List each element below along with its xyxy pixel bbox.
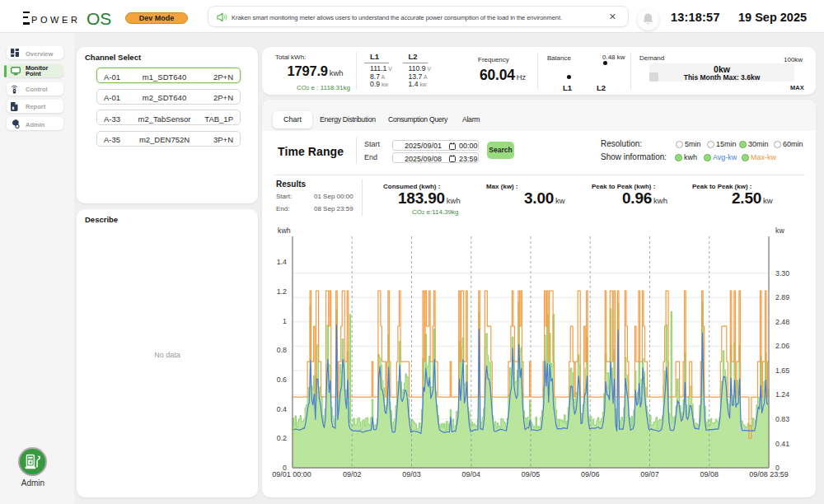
svg-text:2.48: 2.48 xyxy=(775,318,789,326)
svg-text:1: 1 xyxy=(283,317,287,325)
svg-text:09/04: 09/04 xyxy=(462,470,481,478)
svg-text:2.06: 2.06 xyxy=(775,342,789,350)
svg-text:0.2: 0.2 xyxy=(277,434,287,442)
svg-text:0.6: 0.6 xyxy=(277,376,287,384)
svg-text:1.4: 1.4 xyxy=(277,258,287,266)
svg-text:1.65: 1.65 xyxy=(775,366,789,375)
svg-text:09/02: 09/02 xyxy=(343,470,362,478)
svg-text:kw: kw xyxy=(775,226,784,235)
svg-text:09/05: 09/05 xyxy=(522,470,541,478)
svg-text:0.4: 0.4 xyxy=(277,405,287,413)
svg-text:09/03: 09/03 xyxy=(402,470,421,478)
svg-text:1.24: 1.24 xyxy=(775,390,789,399)
svg-text:0.41: 0.41 xyxy=(775,440,789,448)
svg-text:0.8: 0.8 xyxy=(277,346,287,354)
svg-text:3.30: 3.30 xyxy=(775,269,789,278)
svg-text:0.83: 0.83 xyxy=(775,415,789,423)
svg-text:1.2: 1.2 xyxy=(277,287,287,296)
svg-text:09/08 23:59: 09/08 23:59 xyxy=(749,470,789,478)
svg-text:2.89: 2.89 xyxy=(775,293,789,301)
svg-text:09/07: 09/07 xyxy=(640,470,659,478)
svg-text:kwh: kwh xyxy=(278,226,291,235)
svg-text:09/01 00:00: 09/01 00:00 xyxy=(272,470,311,478)
svg-text:09/08: 09/08 xyxy=(700,470,719,478)
svg-text:09/06: 09/06 xyxy=(581,470,600,478)
